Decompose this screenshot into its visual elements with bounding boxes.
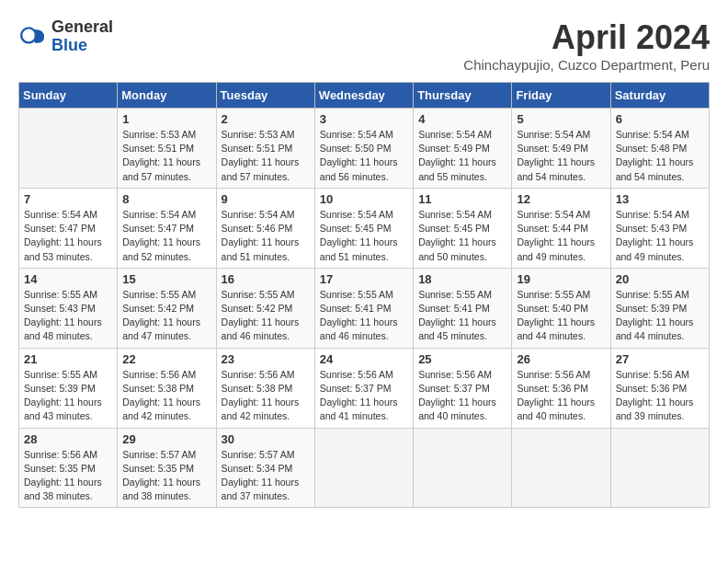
day-info: Sunrise: 5:56 AMSunset: 5:36 PMDaylight:… <box>517 368 605 424</box>
day-info: Sunrise: 5:55 AMSunset: 5:43 PMDaylight:… <box>24 288 112 344</box>
day-info: Sunrise: 5:54 AMSunset: 5:48 PMDaylight:… <box>616 128 704 184</box>
day-number: 24 <box>320 352 408 366</box>
day-number: 23 <box>222 352 310 366</box>
calendar-subtitle: Chinchaypujio, Cuzco Department, Peru <box>463 57 710 73</box>
day-number: 29 <box>122 432 210 446</box>
calendar-header-row: SundayMondayTuesdayWednesdayThursdayFrid… <box>19 83 710 109</box>
calendar-week-row: 1Sunrise: 5:53 AMSunset: 5:51 PMDaylight… <box>19 109 710 189</box>
header-day-sunday: Sunday <box>19 83 118 109</box>
day-info: Sunrise: 5:57 AMSunset: 5:34 PMDaylight:… <box>222 448 310 504</box>
day-info: Sunrise: 5:54 AMSunset: 5:49 PMDaylight:… <box>517 128 605 184</box>
day-number: 22 <box>122 352 210 366</box>
day-number: 14 <box>24 272 112 286</box>
calendar-cell: 19Sunrise: 5:55 AMSunset: 5:40 PMDayligh… <box>512 268 610 348</box>
day-info: Sunrise: 5:54 AMSunset: 5:44 PMDaylight:… <box>517 208 605 264</box>
day-info: Sunrise: 5:55 AMSunset: 5:39 PMDaylight:… <box>24 368 112 424</box>
calendar-cell: 20Sunrise: 5:55 AMSunset: 5:39 PMDayligh… <box>610 268 709 348</box>
calendar-cell: 13Sunrise: 5:54 AMSunset: 5:43 PMDayligh… <box>610 188 709 268</box>
day-number: 1 <box>122 112 210 126</box>
day-info: Sunrise: 5:54 AMSunset: 5:47 PMDaylight:… <box>122 208 210 264</box>
calendar-cell: 9Sunrise: 5:54 AMSunset: 5:46 PMDaylight… <box>216 188 314 268</box>
day-number: 16 <box>222 272 310 286</box>
calendar-cell: 18Sunrise: 5:55 AMSunset: 5:41 PMDayligh… <box>414 268 512 348</box>
day-number: 2 <box>222 112 310 126</box>
day-number: 25 <box>418 352 506 366</box>
calendar-week-row: 7Sunrise: 5:54 AMSunset: 5:47 PMDaylight… <box>19 188 710 268</box>
calendar-week-row: 14Sunrise: 5:55 AMSunset: 5:43 PMDayligh… <box>19 268 710 348</box>
calendar-cell <box>512 428 610 508</box>
header-day-thursday: Thursday <box>414 83 512 109</box>
calendar-cell: 14Sunrise: 5:55 AMSunset: 5:43 PMDayligh… <box>19 268 118 348</box>
day-info: Sunrise: 5:55 AMSunset: 5:41 PMDaylight:… <box>418 288 506 344</box>
day-info: Sunrise: 5:54 AMSunset: 5:50 PMDaylight:… <box>320 128 408 184</box>
calendar-cell: 17Sunrise: 5:55 AMSunset: 5:41 PMDayligh… <box>314 268 413 348</box>
day-info: Sunrise: 5:55 AMSunset: 5:42 PMDaylight:… <box>222 288 310 344</box>
day-info: Sunrise: 5:55 AMSunset: 5:40 PMDaylight:… <box>517 288 605 344</box>
header-day-wednesday: Wednesday <box>314 83 413 109</box>
day-info: Sunrise: 5:56 AMSunset: 5:38 PMDaylight:… <box>122 368 210 424</box>
day-number: 19 <box>517 272 605 286</box>
calendar-cell: 16Sunrise: 5:55 AMSunset: 5:42 PMDayligh… <box>216 268 314 348</box>
day-number: 13 <box>616 192 704 206</box>
calendar-cell: 8Sunrise: 5:54 AMSunset: 5:47 PMDaylight… <box>118 188 216 268</box>
day-info: Sunrise: 5:56 AMSunset: 5:36 PMDaylight:… <box>616 368 704 424</box>
day-number: 28 <box>24 432 112 446</box>
day-number: 17 <box>320 272 408 286</box>
day-info: Sunrise: 5:54 AMSunset: 5:45 PMDaylight:… <box>418 208 506 264</box>
calendar-cell: 26Sunrise: 5:56 AMSunset: 5:36 PMDayligh… <box>512 348 610 428</box>
logo-blue-text: Blue <box>51 37 113 55</box>
day-info: Sunrise: 5:54 AMSunset: 5:47 PMDaylight:… <box>24 208 112 264</box>
day-info: Sunrise: 5:56 AMSunset: 5:35 PMDaylight:… <box>24 448 112 504</box>
calendar-cell: 22Sunrise: 5:56 AMSunset: 5:38 PMDayligh… <box>118 348 216 428</box>
day-info: Sunrise: 5:53 AMSunset: 5:51 PMDaylight:… <box>222 128 310 184</box>
day-number: 4 <box>418 112 506 126</box>
day-info: Sunrise: 5:57 AMSunset: 5:35 PMDaylight:… <box>122 448 210 504</box>
day-number: 21 <box>24 352 112 366</box>
day-number: 27 <box>616 352 704 366</box>
calendar-title: April 2024 <box>463 18 710 57</box>
header-day-monday: Monday <box>118 83 216 109</box>
calendar-cell: 29Sunrise: 5:57 AMSunset: 5:35 PMDayligh… <box>118 428 216 508</box>
calendar-cell: 25Sunrise: 5:56 AMSunset: 5:37 PMDayligh… <box>414 348 512 428</box>
day-number: 12 <box>517 192 605 206</box>
svg-point-0 <box>21 28 36 42</box>
calendar-table: SundayMondayTuesdayWednesdayThursdayFrid… <box>18 82 710 508</box>
calendar-week-row: 28Sunrise: 5:56 AMSunset: 5:35 PMDayligh… <box>19 428 710 508</box>
calendar-cell: 12Sunrise: 5:54 AMSunset: 5:44 PMDayligh… <box>512 188 610 268</box>
calendar-cell: 30Sunrise: 5:57 AMSunset: 5:34 PMDayligh… <box>216 428 314 508</box>
day-number: 5 <box>517 112 605 126</box>
logo: General Blue <box>18 18 113 55</box>
day-number: 3 <box>320 112 408 126</box>
day-info: Sunrise: 5:55 AMSunset: 5:41 PMDaylight:… <box>320 288 408 344</box>
day-number: 30 <box>222 432 310 446</box>
day-number: 26 <box>517 352 605 366</box>
header-day-saturday: Saturday <box>610 83 709 109</box>
calendar-cell: 11Sunrise: 5:54 AMSunset: 5:45 PMDayligh… <box>414 188 512 268</box>
calendar-cell: 27Sunrise: 5:56 AMSunset: 5:36 PMDayligh… <box>610 348 709 428</box>
day-info: Sunrise: 5:54 AMSunset: 5:43 PMDaylight:… <box>616 208 704 264</box>
calendar-cell: 21Sunrise: 5:55 AMSunset: 5:39 PMDayligh… <box>19 348 118 428</box>
calendar-cell: 6Sunrise: 5:54 AMSunset: 5:48 PMDaylight… <box>610 109 709 189</box>
calendar-cell <box>610 428 709 508</box>
calendar-cell: 7Sunrise: 5:54 AMSunset: 5:47 PMDaylight… <box>19 188 118 268</box>
day-info: Sunrise: 5:56 AMSunset: 5:38 PMDaylight:… <box>222 368 310 424</box>
title-area: April 2024 Chinchaypujio, Cuzco Departme… <box>463 18 710 73</box>
calendar-cell: 2Sunrise: 5:53 AMSunset: 5:51 PMDaylight… <box>216 109 314 189</box>
calendar-cell: 28Sunrise: 5:56 AMSunset: 5:35 PMDayligh… <box>19 428 118 508</box>
day-info: Sunrise: 5:54 AMSunset: 5:46 PMDaylight:… <box>222 208 310 264</box>
day-info: Sunrise: 5:55 AMSunset: 5:39 PMDaylight:… <box>616 288 704 344</box>
day-info: Sunrise: 5:53 AMSunset: 5:51 PMDaylight:… <box>122 128 210 184</box>
header: General Blue April 2024 Chinchaypujio, C… <box>18 18 710 73</box>
calendar-cell: 15Sunrise: 5:55 AMSunset: 5:42 PMDayligh… <box>118 268 216 348</box>
day-number: 20 <box>616 272 704 286</box>
day-number: 9 <box>222 192 310 206</box>
day-number: 7 <box>24 192 112 206</box>
day-number: 8 <box>122 192 210 206</box>
calendar-cell: 4Sunrise: 5:54 AMSunset: 5:49 PMDaylight… <box>414 109 512 189</box>
day-number: 11 <box>418 192 506 206</box>
day-info: Sunrise: 5:54 AMSunset: 5:49 PMDaylight:… <box>418 128 506 184</box>
calendar-cell: 10Sunrise: 5:54 AMSunset: 5:45 PMDayligh… <box>314 188 413 268</box>
header-day-friday: Friday <box>512 83 610 109</box>
calendar-cell: 23Sunrise: 5:56 AMSunset: 5:38 PMDayligh… <box>216 348 314 428</box>
calendar-cell <box>414 428 512 508</box>
